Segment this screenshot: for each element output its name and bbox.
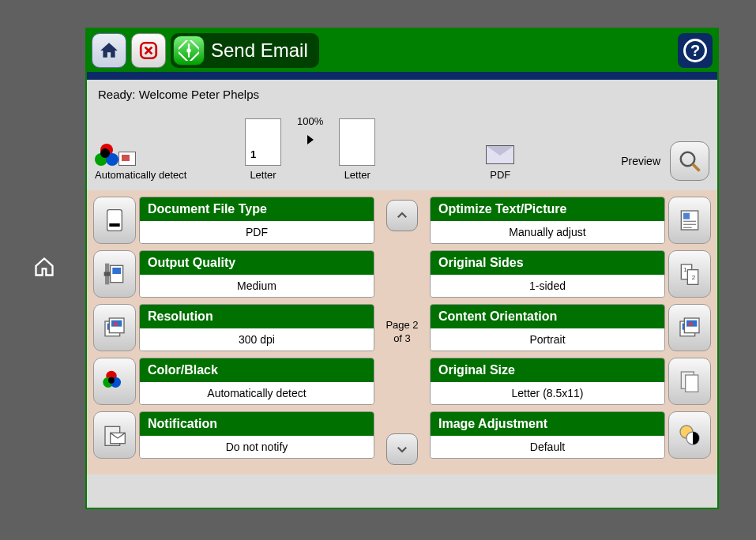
- status-text: Ready: Welcome Peter Phelps: [98, 88, 709, 101]
- page-thumb-icon: [339, 118, 375, 166]
- svg-rect-13: [104, 272, 111, 276]
- color-wheel-icon: [95, 144, 118, 167]
- help-icon: ?: [683, 39, 707, 62]
- scroll-up-button[interactable]: [386, 200, 418, 231]
- setting-value: Do not notify: [140, 436, 374, 458]
- color-mode-indicator: Automatically detect: [95, 144, 213, 181]
- setting-content-orientation[interactable]: Content Orientation Portrait: [430, 304, 711, 351]
- setting-title: Notification: [140, 412, 374, 436]
- settings-left-column: Document File Type PDF Output Quality Me…: [93, 197, 374, 468]
- setting-title: Color/Black: [140, 358, 374, 382]
- device-home-icon: [33, 256, 55, 278]
- setting-document-file-type[interactable]: Document File Type PDF: [93, 197, 374, 244]
- original-size-label: Letter: [250, 169, 276, 181]
- setting-output-quality[interactable]: Output Quality Medium: [93, 250, 374, 298]
- setting-value: Medium: [140, 275, 374, 297]
- svg-rect-27: [683, 213, 690, 219]
- zoom-value: 100%: [297, 115, 323, 127]
- pager-column: Page 2 of 3: [374, 197, 430, 468]
- cancel-button[interactable]: [131, 33, 166, 68]
- envelope-icon: [486, 145, 514, 164]
- page-mini-icon: [118, 152, 136, 166]
- original-page-thumb: 1 Letter: [245, 118, 281, 181]
- output-size-label: Letter: [344, 169, 370, 181]
- scroll-down-button[interactable]: [386, 433, 418, 465]
- page-line2: of 3: [386, 332, 418, 346]
- setting-title: Output Quality: [140, 251, 374, 275]
- svg-rect-9: [109, 223, 119, 227]
- setting-value: PDF: [140, 221, 374, 243]
- output-page-thumb: Letter: [339, 118, 375, 181]
- setting-color-black[interactable]: Color/Black Automatically detect: [93, 358, 374, 405]
- preview-button[interactable]: [670, 141, 709, 181]
- setting-title: Original Sides: [431, 251, 664, 275]
- optimize-icon: [668, 197, 711, 244]
- home-button[interactable]: [92, 33, 126, 68]
- image-adjust-icon: [668, 411, 711, 459]
- svg-text:2: 2: [692, 274, 696, 281]
- setting-title: Document File Type: [140, 197, 374, 221]
- svg-line-7: [693, 164, 700, 171]
- setting-value: Default: [431, 436, 664, 458]
- help-button[interactable]: ?: [678, 33, 713, 68]
- file-type-indicator: PDF: [486, 145, 514, 181]
- orientation-icon: [668, 304, 711, 351]
- original-size-icon: [668, 358, 711, 405]
- color-black-icon: [93, 358, 136, 405]
- settings-right-column: Optimize Text/Picture Manually adjust Or…: [430, 197, 711, 468]
- svg-text:1: 1: [683, 266, 687, 273]
- file-type-icon: [93, 197, 136, 244]
- resolution-icon: [93, 304, 136, 351]
- setting-resolution[interactable]: Resolution 300 dpi: [93, 304, 374, 351]
- setting-value: 300 dpi: [140, 328, 374, 351]
- setting-image-adjustment[interactable]: Image Adjustment Default: [430, 411, 711, 459]
- start-title-block: Send Email: [171, 33, 319, 68]
- setting-value: Portrait: [431, 328, 664, 351]
- status-area: Ready: Welcome Peter Phelps Automaticall…: [87, 80, 717, 190]
- preview-button-group: Preview: [621, 141, 709, 181]
- svg-point-6: [681, 152, 695, 167]
- setting-notification[interactable]: Notification Do not notify: [93, 411, 374, 459]
- zoom-indicator: 100%: [297, 115, 323, 149]
- arrow-right-icon: [307, 135, 314, 144]
- start-button[interactable]: [173, 36, 205, 66]
- setting-title: Resolution: [140, 305, 374, 328]
- color-mode-label: Automatically detect: [95, 169, 186, 181]
- setting-original-sides[interactable]: Original Sides 1-sided 12: [430, 250, 711, 298]
- setting-value: 1-sided: [431, 275, 664, 297]
- svg-rect-42: [686, 375, 698, 392]
- notification-icon: [93, 411, 136, 459]
- preview-row: Automatically detect 1 Letter 100% Lette…: [95, 115, 709, 181]
- svg-point-23: [108, 377, 115, 384]
- svg-rect-11: [112, 268, 121, 274]
- header-bar: Send Email ?: [87, 29, 717, 72]
- setting-value: Automatically detect: [140, 382, 374, 404]
- setting-title: Optimize Text/Picture: [431, 197, 664, 221]
- chevron-up-icon: [395, 208, 409, 223]
- setting-optimize-text-picture[interactable]: Optimize Text/Picture Manually adjust: [430, 197, 711, 244]
- magnifier-icon: [678, 149, 701, 173]
- svg-rect-8: [107, 210, 122, 231]
- quality-icon: [93, 250, 136, 298]
- setting-title: Original Size: [431, 358, 664, 382]
- settings-area: Document File Type PDF Output Quality Me…: [87, 190, 717, 474]
- sides-icon: 12: [668, 250, 711, 298]
- file-type-label: PDF: [490, 169, 510, 181]
- page-indicator: Page 2 of 3: [386, 319, 418, 346]
- setting-title: Content Orientation: [431, 305, 664, 328]
- screen: Send Email ? Ready: Welcome Peter Phelps: [85, 28, 719, 509]
- page-thumb-icon: 1: [245, 118, 281, 166]
- chevron-down-icon: [395, 442, 409, 456]
- preview-label: Preview: [621, 155, 660, 167]
- header-strip: [87, 72, 717, 80]
- setting-value: Manually adjust: [431, 221, 664, 243]
- setting-original-size[interactable]: Original Size Letter (8.5x11): [430, 358, 711, 405]
- setting-value: Letter (8.5x11): [431, 382, 664, 404]
- page-line1: Page 2: [386, 319, 418, 332]
- page-title: Send Email: [211, 39, 308, 62]
- setting-title: Image Adjustment: [431, 412, 664, 436]
